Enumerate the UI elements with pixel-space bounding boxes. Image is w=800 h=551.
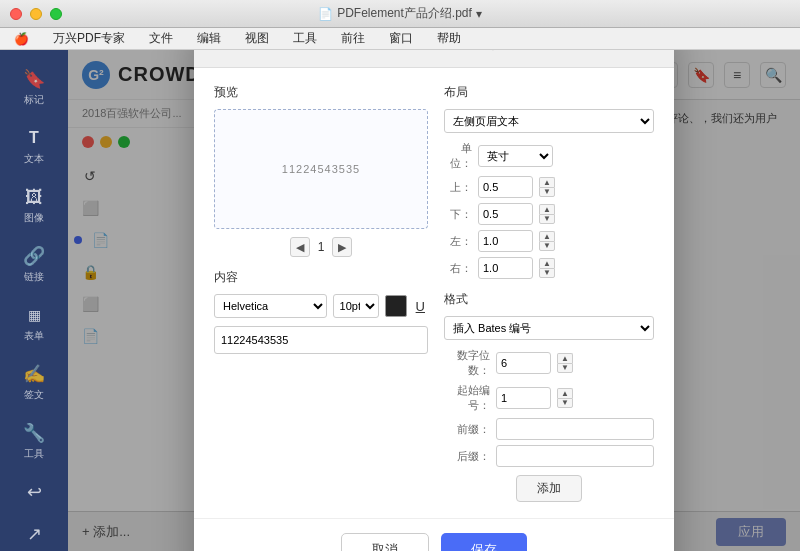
- sidebar-item-table[interactable]: ▦ 表单: [8, 296, 60, 351]
- bates-modal: 创建 Bates 编号模板 预览 11224543535 ◀ 1 ▶: [194, 50, 674, 551]
- maximize-button[interactable]: [50, 8, 62, 20]
- font-select[interactable]: Helvetica: [214, 294, 327, 318]
- right-spin-up[interactable]: ▲: [539, 258, 555, 268]
- tool-icon: 🔧: [23, 422, 45, 444]
- bottom-label: 下：: [444, 207, 472, 222]
- modal-left: 预览 11224543535 ◀ 1 ▶ 内容 Helvetica: [214, 84, 428, 502]
- sign-icon: ✍: [23, 363, 45, 385]
- menu-tools[interactable]: 工具: [287, 28, 323, 49]
- page-number: 1: [318, 240, 325, 254]
- prefix-label: 前缀：: [444, 422, 490, 437]
- sidebar-item-text[interactable]: T 文本: [8, 119, 60, 174]
- layout-type-select[interactable]: 左侧页眉文本: [444, 109, 654, 133]
- right-row: 右： ▲ ▼: [444, 257, 654, 279]
- digits-input[interactable]: [496, 352, 551, 374]
- suffix-label: 后缀：: [444, 449, 490, 464]
- format-label: 格式: [444, 291, 654, 308]
- digits-label: 数字位数：: [444, 348, 490, 378]
- left-spin[interactable]: ▲ ▼: [539, 231, 555, 251]
- size-select[interactable]: 10pt: [333, 294, 379, 318]
- menu-window[interactable]: 窗口: [383, 28, 419, 49]
- start-input[interactable]: [496, 387, 551, 409]
- sidebar-item-mark[interactable]: 🔖 标记: [8, 60, 60, 115]
- left-spin-down[interactable]: ▼: [539, 241, 555, 251]
- menu-edit[interactable]: 编辑: [191, 28, 227, 49]
- preview-label: 预览: [214, 84, 428, 101]
- content-area: G² CROWD 2018百强软件公司... ↺ ⬜ 📄: [68, 50, 800, 551]
- format-type-select[interactable]: 插入 Bates 编号: [444, 316, 654, 340]
- modal-right: 布局 左侧页眉文本 单位： 英寸 上：: [444, 84, 654, 502]
- page-next-button[interactable]: ▶: [332, 237, 352, 257]
- add-button[interactable]: 添加: [516, 475, 582, 502]
- prefix-input[interactable]: [496, 418, 654, 440]
- underline-button[interactable]: U: [413, 299, 428, 314]
- close-button[interactable]: [10, 8, 22, 20]
- link-icon: 🔗: [23, 245, 45, 267]
- app-body: 🔖 标记 T 文本 🖼 图像 🔗 链接 ▦ 表单 ✍ 签文 🔧 工具: [0, 50, 800, 551]
- menu-file[interactable]: 文件: [143, 28, 179, 49]
- titlebar: 📄 PDFelement产品介绍.pdf ▾: [0, 0, 800, 28]
- top-input[interactable]: [478, 176, 533, 198]
- back-icon: ↩: [23, 481, 45, 503]
- sidebar-item-image[interactable]: 🖼 图像: [8, 178, 60, 233]
- menu-app[interactable]: 万兴PDF专家: [47, 28, 131, 49]
- start-row: 起始编号： ▲ ▼: [444, 383, 654, 413]
- top-spin-down[interactable]: ▼: [539, 187, 555, 197]
- top-row: 上： ▲ ▼: [444, 176, 654, 198]
- color-picker[interactable]: [385, 295, 407, 317]
- top-spin[interactable]: ▲ ▼: [539, 177, 555, 197]
- right-spin[interactable]: ▲ ▼: [539, 258, 555, 278]
- sidebar: 🔖 标记 T 文本 🖼 图像 🔗 链接 ▦ 表单 ✍ 签文 🔧 工具: [0, 50, 68, 551]
- menu-goto[interactable]: 前往: [335, 28, 371, 49]
- top-spin-up[interactable]: ▲: [539, 177, 555, 187]
- start-spin-up[interactable]: ▲: [557, 388, 573, 398]
- content-input[interactable]: [214, 326, 428, 354]
- start-spin-down[interactable]: ▼: [557, 398, 573, 408]
- top-label: 上：: [444, 180, 472, 195]
- table-icon: ▦: [23, 304, 45, 326]
- left-input[interactable]: [478, 230, 533, 252]
- sidebar-item-share[interactable]: ↗: [8, 515, 60, 551]
- layout-label: 布局: [444, 84, 654, 101]
- mark-icon: 🔖: [23, 68, 45, 90]
- right-input[interactable]: [478, 257, 533, 279]
- unit-row: 单位： 英寸: [444, 141, 654, 171]
- unit-label: 单位：: [444, 141, 472, 171]
- digits-spin[interactable]: ▲ ▼: [557, 353, 573, 373]
- image-icon: 🖼: [23, 186, 45, 208]
- menu-help[interactable]: 帮助: [431, 28, 467, 49]
- bottom-spin[interactable]: ▲ ▼: [539, 204, 555, 224]
- cancel-button[interactable]: 取消: [341, 533, 429, 551]
- right-spin-down[interactable]: ▼: [539, 268, 555, 278]
- start-spin[interactable]: ▲ ▼: [557, 388, 573, 408]
- digits-spin-up[interactable]: ▲: [557, 353, 573, 363]
- window-title: 📄 PDFelement产品介绍.pdf ▾: [318, 5, 482, 22]
- text-icon: T: [23, 127, 45, 149]
- suffix-input[interactable]: [496, 445, 654, 467]
- modal-body: 预览 11224543535 ◀ 1 ▶ 内容 Helvetica: [194, 68, 674, 518]
- share-icon: ↗: [23, 523, 45, 545]
- sidebar-item-link[interactable]: 🔗 链接: [8, 237, 60, 292]
- left-spin-up[interactable]: ▲: [539, 231, 555, 241]
- modal-title: 创建 Bates 编号模板: [194, 50, 674, 68]
- sidebar-item-sign[interactable]: ✍ 签文: [8, 355, 60, 410]
- suffix-row: 后缀：: [444, 445, 654, 467]
- bottom-input[interactable]: [478, 203, 533, 225]
- minimize-button[interactable]: [30, 8, 42, 20]
- bottom-spin-up[interactable]: ▲: [539, 204, 555, 214]
- left-label: 左：: [444, 234, 472, 249]
- save-button[interactable]: 保存: [441, 533, 527, 551]
- sidebar-item-back[interactable]: ↩: [8, 473, 60, 511]
- sidebar-item-tool[interactable]: 🔧 工具: [8, 414, 60, 469]
- bottom-spin-down[interactable]: ▼: [539, 214, 555, 224]
- prefix-row: 前缀：: [444, 418, 654, 440]
- digits-spin-down[interactable]: ▼: [557, 363, 573, 373]
- dropdown-icon[interactable]: ▾: [476, 7, 482, 21]
- font-row: Helvetica 10pt U: [214, 294, 428, 318]
- page-prev-button[interactable]: ◀: [290, 237, 310, 257]
- menu-view[interactable]: 视图: [239, 28, 275, 49]
- window-controls: [10, 8, 62, 20]
- menu-bar: 🍎 万兴PDF专家 文件 编辑 视图 工具 前往 窗口 帮助: [0, 28, 800, 50]
- unit-select[interactable]: 英寸: [478, 145, 553, 167]
- apple-menu[interactable]: 🍎: [8, 30, 35, 48]
